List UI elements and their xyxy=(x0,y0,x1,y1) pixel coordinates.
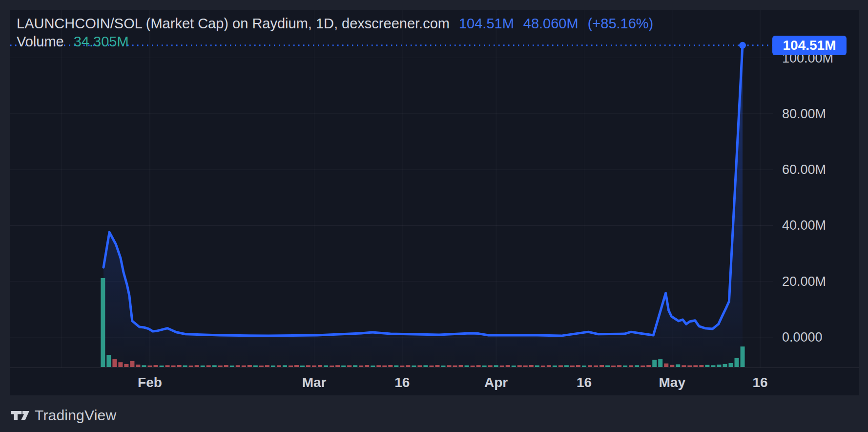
price-tick-label: 0.0000 xyxy=(782,330,823,345)
change-absolute: 48.060M xyxy=(523,15,579,32)
time-axis[interactable]: FebMar16Apr16May16 xyxy=(10,368,859,395)
price-axis[interactable]: 100.00M80.00M60.00M40.00M20.00M0.0000 xyxy=(0,0,868,432)
volume-legend-value: 34.305M xyxy=(74,33,129,50)
price-tick-label: 40.00M xyxy=(782,218,826,233)
time-tick-label: 16 xyxy=(380,375,424,390)
page: LAUNCHCOIN/SOL (Market Cap) on Raydium, … xyxy=(0,0,868,432)
price-tick-label: 20.00M xyxy=(782,274,826,289)
chart-legend: LAUNCHCOIN/SOL (Market Cap) on Raydium, … xyxy=(17,15,653,50)
time-tick-label: 16 xyxy=(562,375,606,390)
time-tick-label: 16 xyxy=(738,375,782,390)
last-price-value: 104.51M xyxy=(459,15,514,32)
time-tick-label: Feb xyxy=(128,375,172,390)
price-tick-label: 80.00M xyxy=(782,107,826,121)
time-tick-label: Mar xyxy=(292,375,336,390)
volume-legend-label: Volume xyxy=(17,33,64,50)
change-percent: (+85.16%) xyxy=(588,15,654,32)
tradingview-logo-icon xyxy=(11,410,29,420)
symbol-title: LAUNCHCOIN/SOL (Market Cap) on Raydium, … xyxy=(17,15,450,32)
time-tick-label: Apr xyxy=(474,375,518,390)
price-tick-label: 60.00M xyxy=(782,162,826,177)
last-price-label: 104.51M xyxy=(772,36,847,55)
tradingview-attribution[interactable]: TradingView xyxy=(11,407,116,424)
time-tick-label: May xyxy=(650,375,694,390)
tradingview-logo-text: TradingView xyxy=(35,407,116,424)
